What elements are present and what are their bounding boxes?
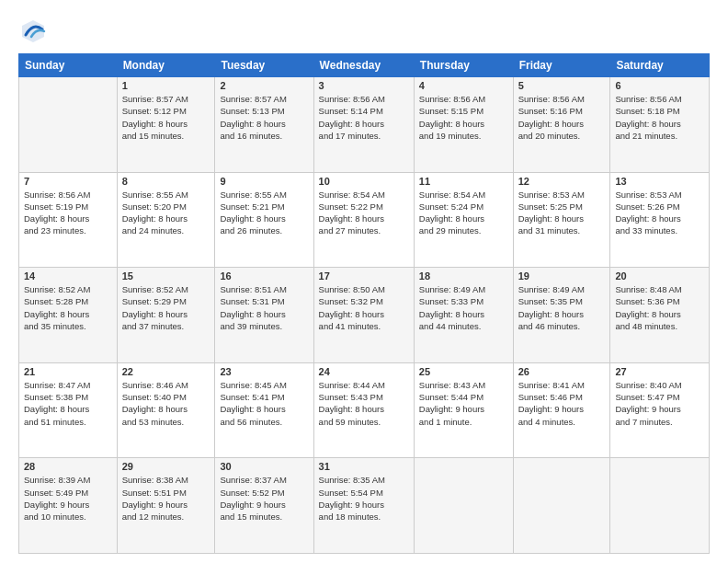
day-cell: 22Sunrise: 8:46 AM Sunset: 5:40 PM Dayli…	[117, 362, 215, 458]
day-number: 13	[615, 176, 704, 187]
day-info: Sunrise: 8:56 AM Sunset: 5:15 PM Dayligh…	[419, 93, 508, 142]
calendar: SundayMondayTuesdayWednesdayThursdayFrid…	[18, 53, 710, 554]
day-number: 24	[319, 366, 409, 377]
day-cell: 9Sunrise: 8:55 AM Sunset: 5:21 PM Daylig…	[215, 172, 313, 268]
day-cell	[610, 458, 710, 554]
day-info: Sunrise: 8:53 AM Sunset: 5:25 PM Dayligh…	[518, 189, 606, 237]
calendar-body: 1Sunrise: 8:57 AM Sunset: 5:12 PM Daylig…	[19, 77, 710, 554]
day-cell: 11Sunrise: 8:54 AM Sunset: 5:24 PM Dayli…	[414, 172, 513, 268]
day-cell: 30Sunrise: 8:37 AM Sunset: 5:52 PM Dayli…	[215, 458, 313, 554]
day-number: 22	[122, 366, 210, 377]
day-cell: 6Sunrise: 8:56 AM Sunset: 5:18 PM Daylig…	[610, 77, 710, 173]
day-info: Sunrise: 8:35 AM Sunset: 5:54 PM Dayligh…	[319, 474, 409, 523]
day-number: 15	[122, 270, 210, 282]
day-cell: 1Sunrise: 8:57 AM Sunset: 5:12 PM Daylig…	[117, 77, 215, 173]
day-info: Sunrise: 8:38 AM Sunset: 5:51 PM Dayligh…	[122, 474, 210, 523]
day-cell: 21Sunrise: 8:47 AM Sunset: 5:38 PM Dayli…	[19, 362, 118, 458]
day-number: 9	[220, 176, 308, 187]
day-info: Sunrise: 8:56 AM Sunset: 5:18 PM Dayligh…	[615, 93, 704, 142]
day-cell: 4Sunrise: 8:56 AM Sunset: 5:15 PM Daylig…	[414, 77, 513, 173]
day-cell: 26Sunrise: 8:41 AM Sunset: 5:46 PM Dayli…	[513, 362, 610, 458]
day-cell: 8Sunrise: 8:55 AM Sunset: 5:20 PM Daylig…	[117, 172, 215, 268]
day-cell: 17Sunrise: 8:50 AM Sunset: 5:32 PM Dayli…	[313, 268, 414, 363]
day-cell: 15Sunrise: 8:52 AM Sunset: 5:29 PM Dayli…	[117, 268, 215, 363]
day-number: 4	[419, 80, 508, 91]
week-row: 14Sunrise: 8:52 AM Sunset: 5:28 PM Dayli…	[19, 268, 710, 363]
header	[18, 17, 710, 46]
day-number: 10	[319, 176, 409, 187]
day-info: Sunrise: 8:49 AM Sunset: 5:35 PM Dayligh…	[518, 283, 606, 332]
day-info: Sunrise: 8:49 AM Sunset: 5:33 PM Dayligh…	[419, 283, 508, 332]
day-info: Sunrise: 8:44 AM Sunset: 5:43 PM Dayligh…	[319, 379, 409, 428]
day-number: 1	[122, 80, 210, 91]
day-number: 14	[24, 270, 112, 282]
day-info: Sunrise: 8:47 AM Sunset: 5:38 PM Dayligh…	[24, 379, 112, 428]
day-number: 29	[122, 461, 210, 472]
day-cell: 2Sunrise: 8:57 AM Sunset: 5:13 PM Daylig…	[215, 77, 313, 173]
day-number: 20	[615, 270, 704, 282]
day-number: 26	[518, 366, 606, 377]
day-cell: 18Sunrise: 8:49 AM Sunset: 5:33 PM Dayli…	[414, 268, 513, 363]
day-info: Sunrise: 8:57 AM Sunset: 5:12 PM Dayligh…	[122, 93, 210, 142]
logo	[18, 17, 51, 46]
header-day: Monday	[117, 54, 215, 77]
day-info: Sunrise: 8:48 AM Sunset: 5:36 PM Dayligh…	[615, 283, 704, 332]
day-number: 19	[518, 270, 606, 282]
day-info: Sunrise: 8:56 AM Sunset: 5:14 PM Dayligh…	[319, 93, 409, 142]
day-info: Sunrise: 8:55 AM Sunset: 5:21 PM Dayligh…	[220, 189, 308, 237]
day-number: 6	[615, 80, 704, 91]
day-cell: 27Sunrise: 8:40 AM Sunset: 5:47 PM Dayli…	[610, 362, 710, 458]
header-day: Wednesday	[313, 54, 414, 77]
day-info: Sunrise: 8:53 AM Sunset: 5:26 PM Dayligh…	[615, 189, 704, 237]
day-number: 27	[615, 366, 704, 377]
day-number: 16	[220, 270, 308, 282]
day-cell: 19Sunrise: 8:49 AM Sunset: 5:35 PM Dayli…	[513, 268, 610, 363]
day-number: 21	[24, 366, 112, 377]
day-info: Sunrise: 8:50 AM Sunset: 5:32 PM Dayligh…	[319, 283, 409, 332]
day-info: Sunrise: 8:54 AM Sunset: 5:24 PM Dayligh…	[419, 189, 508, 237]
day-number: 31	[319, 461, 409, 472]
day-cell: 14Sunrise: 8:52 AM Sunset: 5:28 PM Dayli…	[19, 268, 118, 363]
day-cell: 29Sunrise: 8:38 AM Sunset: 5:51 PM Dayli…	[117, 458, 215, 554]
day-cell: 3Sunrise: 8:56 AM Sunset: 5:14 PM Daylig…	[313, 77, 414, 173]
header-day: Sunday	[19, 54, 118, 77]
day-cell: 25Sunrise: 8:43 AM Sunset: 5:44 PM Dayli…	[414, 362, 513, 458]
day-info: Sunrise: 8:43 AM Sunset: 5:44 PM Dayligh…	[419, 379, 508, 428]
day-cell: 20Sunrise: 8:48 AM Sunset: 5:36 PM Dayli…	[610, 268, 710, 363]
day-info: Sunrise: 8:55 AM Sunset: 5:20 PM Dayligh…	[122, 189, 210, 237]
day-cell: 5Sunrise: 8:56 AM Sunset: 5:16 PM Daylig…	[513, 77, 610, 173]
day-info: Sunrise: 8:57 AM Sunset: 5:13 PM Dayligh…	[220, 93, 308, 142]
day-number: 23	[220, 366, 308, 377]
day-cell: 10Sunrise: 8:54 AM Sunset: 5:22 PM Dayli…	[313, 172, 414, 268]
day-number: 11	[419, 176, 508, 187]
week-row: 7Sunrise: 8:56 AM Sunset: 5:19 PM Daylig…	[19, 172, 710, 268]
day-cell: 28Sunrise: 8:39 AM Sunset: 5:49 PM Dayli…	[19, 458, 118, 554]
day-number: 3	[319, 80, 409, 91]
day-info: Sunrise: 8:51 AM Sunset: 5:31 PM Dayligh…	[220, 283, 308, 332]
day-number: 28	[24, 461, 112, 472]
day-number: 5	[518, 80, 606, 91]
day-number: 7	[24, 176, 112, 187]
day-info: Sunrise: 8:40 AM Sunset: 5:47 PM Dayligh…	[615, 379, 704, 428]
week-row: 1Sunrise: 8:57 AM Sunset: 5:12 PM Daylig…	[19, 77, 710, 173]
page: SundayMondayTuesdayWednesdayThursdayFrid…	[0, 0, 728, 563]
day-number: 25	[419, 366, 508, 377]
week-row: 28Sunrise: 8:39 AM Sunset: 5:49 PM Dayli…	[19, 458, 710, 554]
day-number: 30	[220, 461, 308, 472]
day-number: 18	[419, 270, 508, 282]
day-number: 2	[220, 80, 308, 91]
header-row: SundayMondayTuesdayWednesdayThursdayFrid…	[19, 54, 710, 77]
day-info: Sunrise: 8:54 AM Sunset: 5:22 PM Dayligh…	[319, 189, 409, 237]
day-info: Sunrise: 8:56 AM Sunset: 5:16 PM Dayligh…	[518, 93, 606, 142]
day-info: Sunrise: 8:41 AM Sunset: 5:46 PM Dayligh…	[518, 379, 606, 428]
day-info: Sunrise: 8:52 AM Sunset: 5:29 PM Dayligh…	[122, 283, 210, 332]
day-number: 17	[319, 270, 409, 282]
day-cell	[19, 77, 118, 173]
day-info: Sunrise: 8:56 AM Sunset: 5:19 PM Dayligh…	[24, 189, 112, 237]
day-info: Sunrise: 8:45 AM Sunset: 5:41 PM Dayligh…	[220, 379, 308, 428]
day-info: Sunrise: 8:39 AM Sunset: 5:49 PM Dayligh…	[24, 474, 112, 523]
day-cell: 31Sunrise: 8:35 AM Sunset: 5:54 PM Dayli…	[313, 458, 414, 554]
day-number: 12	[518, 176, 606, 187]
day-info: Sunrise: 8:46 AM Sunset: 5:40 PM Dayligh…	[122, 379, 210, 428]
day-cell: 16Sunrise: 8:51 AM Sunset: 5:31 PM Dayli…	[215, 268, 313, 363]
